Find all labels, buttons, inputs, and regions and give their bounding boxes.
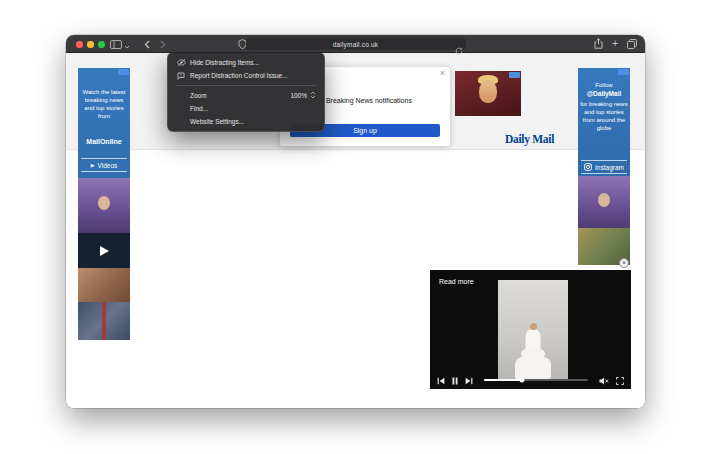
menu-separator xyxy=(176,85,316,86)
fullscreen-button[interactable] xyxy=(616,371,624,389)
ad-choices-tag[interactable] xyxy=(618,69,629,75)
address-url: dailymail.co.uk xyxy=(333,41,379,48)
menu-item-hide-distracting-items[interactable]: Hide Distracting Items... xyxy=(170,56,322,69)
sidebar-icon xyxy=(110,35,122,53)
next-track-button[interactable] xyxy=(465,371,473,389)
forward-button[interactable] xyxy=(160,35,166,53)
minimize-window-button[interactable] xyxy=(87,41,94,48)
menu-item-report-distraction-issue[interactable]: Report Distraction Control Issue... xyxy=(170,69,322,82)
mailonline-logo: MailOnline xyxy=(78,138,130,145)
menu-item-find[interactable]: Find... xyxy=(170,102,322,115)
previous-track-button[interactable] xyxy=(437,371,445,389)
ad-thumbnail-suit xyxy=(78,302,130,340)
menu-item-zoom[interactable]: Zoom 100% xyxy=(170,89,322,102)
browser-window: dailymail.co.uk + Watch the latest break… xyxy=(66,35,645,408)
ad-choices-tag[interactable] xyxy=(118,69,129,75)
videos-label: Videos xyxy=(98,162,118,169)
page-content: Watch the latest breaking news and top s… xyxy=(66,53,645,408)
eye-off-icon xyxy=(176,59,186,66)
address-bar[interactable]: dailymail.co.uk xyxy=(246,38,466,50)
instagram-link[interactable]: Instagram xyxy=(581,160,627,174)
videos-link[interactable]: ▶ Videos xyxy=(81,158,127,172)
progress-handle[interactable] xyxy=(520,378,525,383)
reload-icon[interactable] xyxy=(455,41,463,59)
ad-thumbnail-queen xyxy=(578,176,630,228)
floating-video-player[interactable]: Read more xyxy=(430,270,631,389)
zoom-value: 100% xyxy=(290,92,307,99)
back-button[interactable] xyxy=(144,35,150,53)
close-window-button[interactable] xyxy=(76,41,83,48)
zoom-window-button[interactable] xyxy=(98,41,105,48)
toolbar-right-icons: + xyxy=(594,35,637,53)
chevron-right-icon xyxy=(160,35,166,53)
dailymail-logo[interactable]: Daily Mail xyxy=(505,133,554,145)
right-ad-lead: Follow xyxy=(580,81,628,89)
instagram-icon xyxy=(584,163,592,172)
mute-button[interactable] xyxy=(599,371,609,389)
video-progress-bar[interactable] xyxy=(484,379,588,381)
new-tab-button[interactable]: + xyxy=(612,39,618,49)
menu-item-label: Find... xyxy=(190,105,208,112)
dialog-close-button[interactable]: × xyxy=(440,68,445,78)
share-button[interactable] xyxy=(594,35,603,53)
ad-close-button[interactable]: × xyxy=(619,258,629,268)
ad-thumbnail-face xyxy=(78,268,130,302)
stepper-icon xyxy=(310,91,316,100)
pause-button[interactable] xyxy=(452,371,458,389)
menu-item-website-settings[interactable]: Website Settings... xyxy=(170,115,322,128)
menu-item-label: Zoom xyxy=(190,92,207,99)
thumbnail-figure xyxy=(479,80,497,103)
read-more-link[interactable]: Read more xyxy=(439,278,474,285)
ad-play-button[interactable] xyxy=(78,233,130,268)
play-triangle-icon xyxy=(100,246,109,256)
play-icon: ▶ xyxy=(91,163,95,168)
ad-choices-tag[interactable] xyxy=(509,72,520,78)
video-frame xyxy=(498,280,568,379)
left-sidebar-ad[interactable]: Watch the latest breaking news and top s… xyxy=(78,68,130,340)
menu-item-label: Report Distraction Control Issue... xyxy=(190,72,288,79)
progress-fill xyxy=(484,379,522,381)
left-ad-text: Watch the latest breaking news and top s… xyxy=(80,88,128,120)
instagram-label: Instagram xyxy=(595,164,624,171)
report-bubble-icon xyxy=(176,72,186,80)
tab-overview-button[interactable] xyxy=(627,35,637,53)
page-settings-menu: Hide Distracting Items... Report Distrac… xyxy=(167,52,325,132)
chevron-down-icon xyxy=(124,35,130,53)
video-controls xyxy=(437,374,624,386)
right-sidebar-ad[interactable]: Follow @DailyMail for breaking news and … xyxy=(578,68,630,265)
news-thumbnail-trump[interactable] xyxy=(455,71,521,116)
right-ad-text: for breaking news and top stories from a… xyxy=(580,100,628,132)
ad-thumbnail-queen xyxy=(78,178,130,233)
dailymail-handle: @DailyMail xyxy=(578,90,630,97)
menu-item-label: Website Settings... xyxy=(190,118,244,125)
traffic-lights xyxy=(76,41,105,48)
browser-toolbar: dailymail.co.uk + xyxy=(66,35,645,53)
sidebar-toggle-button[interactable] xyxy=(110,35,130,53)
menu-item-label: Hide Distracting Items... xyxy=(190,59,259,66)
chevron-left-icon xyxy=(144,35,150,53)
